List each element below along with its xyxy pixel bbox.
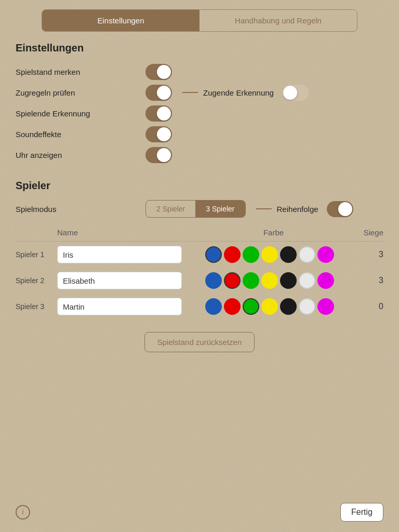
spielmodus-row: Spielmodus 2 Spieler 3 Spieler Reihenfol… (16, 200, 383, 218)
setting-row-uhr: Uhr anzeigen (16, 145, 383, 164)
color-white-3[interactable] (299, 298, 315, 315)
tab-handhabung[interactable]: Handhabung und Regeln (200, 10, 357, 31)
toggle-knob-reihenfolge (338, 202, 352, 216)
zugende-line (182, 92, 198, 93)
header-siege: Siege (357, 228, 383, 237)
spieler-section: Spieler Spielmodus 2 Spieler 3 Spieler R… (16, 180, 383, 352)
reset-button[interactable]: Spielstand zurücksetzen (144, 332, 255, 352)
player-name-input-3[interactable] (57, 298, 182, 315)
color-pink-3[interactable] (317, 298, 334, 315)
setting-row-spielende: Spielende Erkennung (16, 104, 383, 123)
color-black-2[interactable] (280, 272, 297, 289)
btn-3spieler[interactable]: 3 Spieler (195, 201, 245, 217)
color-red-1[interactable] (224, 246, 241, 263)
spielmodus-buttons: 2 Spieler 3 Spieler (145, 200, 246, 218)
toggle-knob-spielende (157, 107, 171, 121)
color-yellow-2[interactable] (261, 272, 278, 289)
toggle-knob-zugregeln (157, 86, 171, 100)
toggle-spielende[interactable] (145, 105, 172, 122)
player-num-3: Spieler 3 (16, 302, 57, 311)
player-row-2: Spieler 2 3 (16, 268, 383, 294)
footer: i Fertig (0, 503, 399, 522)
setting-row-spielstand: Spielstand merken (16, 62, 383, 81)
color-yellow-3[interactable] (261, 298, 278, 315)
btn-2spieler[interactable]: 2 Spieler (146, 201, 195, 217)
toggle-knob-spielstand (157, 65, 171, 79)
player-table: Name Farbe Siege Spieler 1 3 (16, 228, 383, 320)
player-num-2: Spieler 2 (16, 276, 57, 285)
player-row-3: Spieler 3 0 (16, 294, 383, 320)
color-swatches-3 (182, 298, 357, 315)
zugende-row: Zugende Erkennung (182, 85, 309, 101)
label-uhr: Uhr anzeigen (16, 151, 145, 159)
reihenfolge-line (256, 208, 272, 209)
color-red-2[interactable] (224, 272, 241, 289)
color-pink-1[interactable] (317, 246, 334, 263)
main-content: Einstellungen Spielstand merken Zugregel… (0, 32, 399, 363)
toggle-reihenfolge[interactable] (327, 201, 353, 217)
player-name-input-2[interactable] (57, 272, 182, 289)
toggle-zugregeln[interactable] (145, 85, 172, 101)
reihenfolge-container: Reihenfolge (256, 201, 353, 217)
color-green-2[interactable] (243, 272, 259, 289)
color-yellow-1[interactable] (261, 246, 278, 263)
color-black-3[interactable] (280, 298, 297, 315)
color-pink-2[interactable] (317, 272, 334, 289)
tab-bar: Einstellungen Handhabung und Regeln (42, 9, 357, 32)
toggle-spielstand[interactable] (145, 64, 172, 80)
player-num-1: Spieler 1 (16, 250, 57, 259)
color-blue-1[interactable] (205, 246, 222, 263)
label-zugregeln: Zugregeln prüfen (16, 88, 145, 97)
spieler-title: Spieler (16, 180, 383, 192)
label-spielstand: Spielstand merken (16, 68, 145, 76)
color-green-3[interactable] (243, 298, 259, 315)
label-spielende: Spielende Erkennung (16, 109, 145, 118)
setting-row-soundeffekte: Soundeffekte (16, 125, 383, 143)
toggle-knob-zugende (283, 86, 297, 100)
fertig-button[interactable]: Fertig (340, 503, 383, 522)
setting-row-zugregeln: Zugregeln prüfen Zugende Erkennung (16, 83, 383, 102)
player-siege-3: 0 (357, 302, 383, 311)
toggle-uhr[interactable] (145, 147, 172, 163)
player-name-input-1[interactable] (57, 246, 182, 263)
color-white-2[interactable] (299, 272, 315, 289)
player-siege-2: 3 (357, 276, 383, 285)
settings-section: Einstellungen Spielstand merken Zugregel… (16, 42, 383, 164)
spielmodus-label: Spielmodus (16, 205, 145, 214)
reihenfolge-label: Reihenfolge (277, 205, 318, 214)
color-green-1[interactable] (243, 246, 259, 263)
toggle-soundeffekte[interactable] (145, 126, 172, 142)
tab-einstellungen[interactable]: Einstellungen (42, 10, 200, 31)
color-white-1[interactable] (299, 246, 315, 263)
player-siege-1: 3 (357, 250, 383, 259)
toggle-zugende[interactable] (282, 85, 309, 101)
info-icon[interactable]: i (16, 505, 30, 520)
zugende-label: Zugende Erkennung (203, 88, 274, 97)
color-blue-3[interactable] (205, 298, 222, 315)
color-blue-2[interactable] (205, 272, 222, 289)
color-black-1[interactable] (280, 246, 297, 263)
color-red-3[interactable] (224, 298, 241, 315)
color-swatches-1 (182, 246, 357, 263)
header-name: Name (57, 228, 190, 237)
color-swatches-2 (182, 272, 357, 289)
player-table-header: Name Farbe Siege (16, 228, 383, 242)
label-soundeffekte: Soundeffekte (16, 130, 145, 139)
player-row-1: Spieler 1 3 (16, 242, 383, 268)
toggle-knob-uhr (157, 148, 171, 162)
reset-container: Spielstand zurücksetzen (16, 332, 383, 352)
toggle-knob-soundeffekte (157, 127, 171, 141)
header-farbe: Farbe (190, 228, 357, 237)
settings-title: Einstellungen (16, 42, 383, 54)
